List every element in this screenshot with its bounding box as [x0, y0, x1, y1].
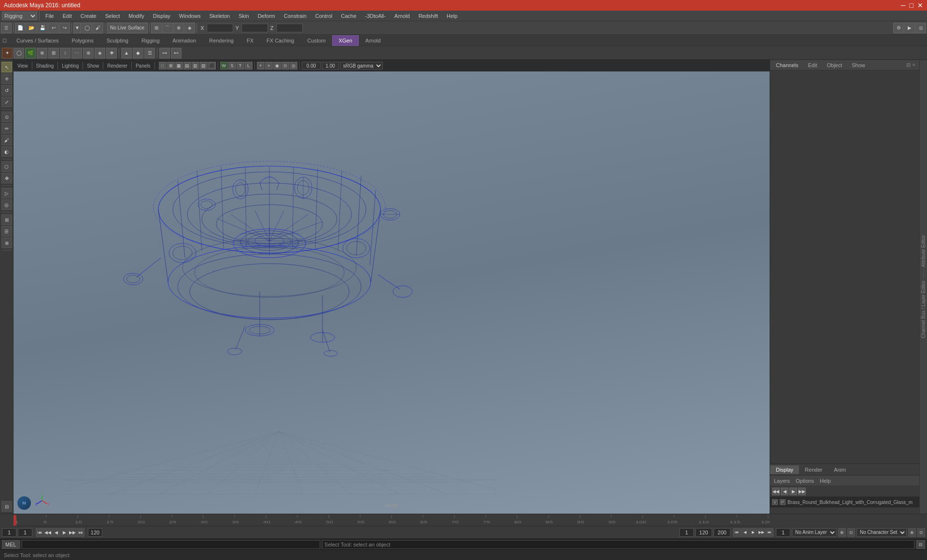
- mel-btn[interactable]: MEL: [2, 540, 20, 549]
- vp-icon-c[interactable]: ◉: [273, 62, 281, 70]
- tab-fx-caching[interactable]: FX Caching: [260, 35, 300, 46]
- vp-icon-7[interactable]: ⬛: [208, 62, 216, 70]
- open-btn[interactable]: 📂: [26, 23, 37, 33]
- paint-weights-btn[interactable]: 🖌: [1, 135, 12, 145]
- menu-redshift[interactable]: Redshift: [415, 12, 442, 20]
- snap-point-btn[interactable]: ⊕: [173, 23, 184, 33]
- undo-btn[interactable]: ↩: [48, 23, 59, 33]
- tool-icon-4[interactable]: ⊕: [37, 48, 47, 58]
- show-manip-btn[interactable]: ⊞: [1, 214, 12, 225]
- snap-grid-btn[interactable]: ⊞: [151, 23, 162, 33]
- mode-selector[interactable]: Rigging Animation Modeling Rendering: [2, 12, 37, 20]
- pb-ctrl-4[interactable]: ▶▶: [758, 528, 765, 537]
- start-frame-input[interactable]: [2, 528, 16, 537]
- tab-rigging[interactable]: Rigging: [135, 35, 166, 46]
- vp-shading-menu[interactable]: Shading: [34, 63, 56, 69]
- tool-icon-7[interactable]: ⋯: [71, 48, 82, 58]
- display-tab[interactable]: Display: [770, 465, 799, 474]
- tab-curves-surfaces[interactable]: Curves / Surfaces: [10, 35, 65, 46]
- current-frame-right[interactable]: [776, 528, 790, 537]
- anim-layer-icon2[interactable]: ⊙: [847, 528, 855, 537]
- select-tool-btn[interactable]: ↖: [1, 62, 12, 72]
- ipr-btn[interactable]: ◎: [915, 23, 926, 33]
- timeline[interactable]: 1 5 10 15 20 25 30 35 40 45 50 55 60 65 …: [14, 514, 770, 526]
- snap-curve-btn[interactable]: ⌒: [162, 23, 173, 33]
- tool-icon-1[interactable]: ✦: [2, 48, 13, 58]
- vp-wire-btn[interactable]: W: [220, 62, 228, 70]
- rotate-tool-btn[interactable]: ↺: [1, 85, 12, 96]
- pb-ctrl-1[interactable]: ⏮: [733, 528, 741, 537]
- menu-constrain[interactable]: Constrain: [280, 12, 310, 20]
- vp-renderer-menu[interactable]: Renderer: [105, 63, 129, 69]
- layer-nav-right[interactable]: ▶: [789, 488, 797, 495]
- char-set-icon2[interactable]: ⊙: [917, 528, 925, 537]
- tool-icon-14[interactable]: ⊶: [159, 48, 170, 58]
- go-start-btn[interactable]: ⏮: [36, 528, 43, 537]
- layers-help-btn[interactable]: Help: [820, 478, 831, 484]
- ipr-render-btn[interactable]: ◎: [1, 199, 12, 210]
- step-back-btn[interactable]: ◀◀: [44, 528, 52, 537]
- menu-file[interactable]: File: [42, 12, 58, 20]
- no-live-surface-btn[interactable]: No Live Surface: [107, 23, 148, 33]
- layer-nav-left[interactable]: ◀: [781, 488, 788, 495]
- attr-btn[interactable]: ☰: [1, 226, 12, 237]
- render-view-btn[interactable]: ▶: [904, 23, 915, 33]
- tool-icon-15[interactable]: ⊷: [171, 48, 182, 58]
- next-frame-btn[interactable]: ▶▶: [69, 528, 76, 537]
- vp-input2[interactable]: [322, 62, 339, 70]
- layer-nav-next[interactable]: ▶▶: [798, 488, 806, 495]
- play-btn[interactable]: ▶: [60, 528, 68, 537]
- new-btn[interactable]: 📄: [15, 23, 26, 33]
- menu-3dtall[interactable]: -3DtoAll-: [361, 12, 390, 20]
- no-anim-layer-select[interactable]: No Anim Layer: [792, 528, 837, 537]
- tool-icon-3[interactable]: 🌿: [25, 48, 36, 58]
- menu-deform[interactable]: Deform: [254, 12, 279, 20]
- tool-icon-13[interactable]: ☰: [144, 48, 155, 58]
- maximize-btn[interactable]: □: [910, 1, 913, 9]
- char-set-icon[interactable]: ⊕: [908, 528, 916, 537]
- vp-icon-4[interactable]: ▤: [183, 62, 191, 70]
- anim-layer-icon[interactable]: ⊕: [838, 528, 846, 537]
- redo-btn[interactable]: ↪: [59, 23, 70, 33]
- tool-icon-10[interactable]: ❖: [106, 48, 117, 58]
- menu-edit[interactable]: Edit: [59, 12, 76, 20]
- close-btn[interactable]: ✕: [917, 1, 923, 9]
- tab-animation[interactable]: Animation: [166, 35, 202, 46]
- tab-fx[interactable]: FX: [240, 35, 260, 46]
- vp-icon-b[interactable]: ×: [265, 62, 273, 70]
- select-mode-btn[interactable]: ▼: [73, 23, 81, 33]
- cb-min-btn[interactable]: ⊟: [906, 62, 911, 68]
- layer-p-indicator[interactable]: P: [780, 499, 786, 505]
- show-tab[interactable]: Show: [850, 61, 867, 69]
- quick-layout-btn[interactable]: ⊟: [1, 501, 12, 512]
- tab-xgen[interactable]: XGen: [332, 35, 358, 46]
- tool-icon-8[interactable]: ⊗: [83, 48, 94, 58]
- minimize-btn[interactable]: ─: [901, 1, 906, 9]
- menu-cache[interactable]: Cache: [337, 12, 360, 20]
- tool-icon-11[interactable]: ▲: [121, 48, 132, 58]
- vp-lighting-menu[interactable]: Lighting: [60, 63, 81, 69]
- command-input[interactable]: [22, 540, 320, 549]
- vp-icon-3[interactable]: ▦: [175, 62, 183, 70]
- coord-z-input[interactable]: [276, 24, 303, 32]
- render-btn[interactable]: ▷: [1, 188, 12, 198]
- select-hier-btn[interactable]: ☰: [1, 23, 12, 33]
- vp-icon-6[interactable]: ▧: [200, 62, 208, 70]
- vp-show-menu[interactable]: Show: [85, 63, 101, 69]
- render-tab[interactable]: Render: [799, 465, 828, 474]
- go-end-btn[interactable]: ⏭: [77, 528, 84, 537]
- vp-icon-a[interactable]: +: [257, 62, 265, 70]
- coord-x-input[interactable]: [207, 24, 233, 32]
- vp-view-menu[interactable]: View: [15, 63, 30, 69]
- tool-icon-12[interactable]: ◆: [133, 48, 143, 58]
- snap-surface-btn[interactable]: ◈: [184, 23, 195, 33]
- tab-sculpting[interactable]: Sculpting: [100, 35, 135, 46]
- vp-icon-e[interactable]: ◎: [290, 62, 297, 70]
- vp-icon-d[interactable]: ⊙: [281, 62, 289, 70]
- menu-windows[interactable]: Windows: [175, 12, 205, 20]
- layers-menu-btn[interactable]: Layers: [774, 478, 790, 484]
- window-controls[interactable]: ─ □ ✕: [901, 1, 923, 9]
- vp-tex-btn[interactable]: T: [237, 62, 244, 70]
- vp-shade-btn[interactable]: S: [228, 62, 236, 70]
- menu-display[interactable]: Display: [149, 12, 174, 20]
